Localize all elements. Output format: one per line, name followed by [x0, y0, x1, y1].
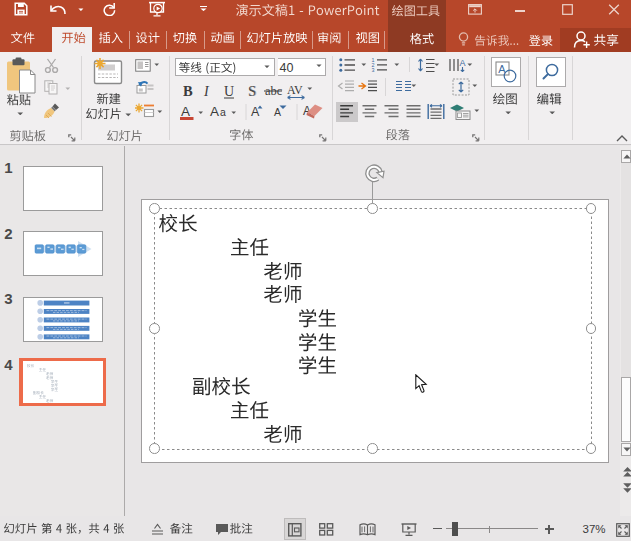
svg-text:AV: AV [287, 83, 303, 97]
svg-text:3: 3 [371, 67, 374, 72]
svg-text:A: A [274, 106, 281, 118]
svg-text:S: S [248, 83, 256, 99]
svg-text:B: B [183, 83, 193, 99]
svg-text:I: I [203, 84, 210, 99]
svg-text:U: U [224, 84, 234, 99]
svg-text:a: a [220, 106, 226, 118]
svg-text:A: A [460, 58, 466, 68]
svg-text:A: A [251, 105, 260, 119]
svg-text:A: A [210, 104, 219, 119]
svg-text:A: A [181, 104, 190, 119]
